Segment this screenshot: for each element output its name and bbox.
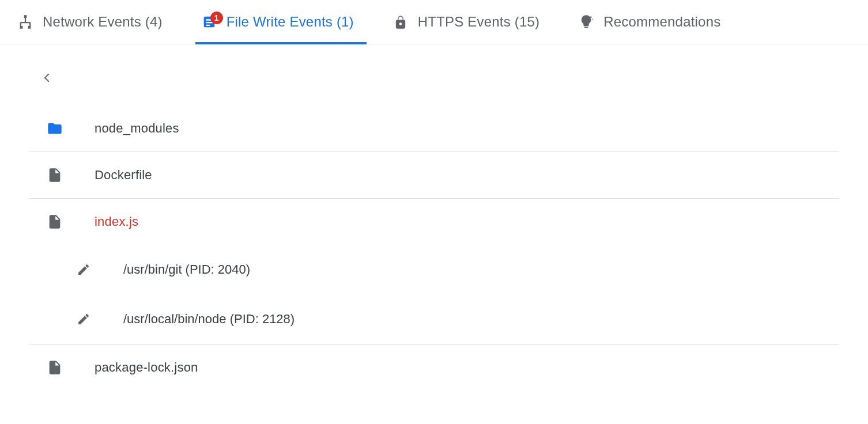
alert-badge: 1 xyxy=(210,12,223,24)
folder-icon xyxy=(46,120,63,137)
file-name: node_modules xyxy=(95,121,179,136)
tab-https-events[interactable]: HTTPS Events (15) xyxy=(393,0,546,44)
file-tree-panel: node_modules Dockerfile index.js /usr/bi… xyxy=(0,44,868,391)
tabs-bar: Network Events (4) 1 File Write Events (… xyxy=(0,0,868,44)
file-write-icon: 1 xyxy=(201,14,217,30)
process-label: /usr/bin/git (PID: 2040) xyxy=(123,262,250,277)
file-name: index.js xyxy=(95,214,138,229)
tab-label: Recommendations xyxy=(603,14,720,30)
file-icon xyxy=(46,214,63,230)
tab-label: Network Events (4) xyxy=(43,14,163,30)
file-row-node-modules[interactable]: node_modules xyxy=(29,105,839,152)
bulb-icon xyxy=(578,14,594,30)
file-write-event[interactable]: /usr/bin/git (PID: 2040) xyxy=(29,245,839,294)
tab-label: File Write Events (1) xyxy=(227,14,354,30)
pencil-icon xyxy=(75,312,92,326)
tab-file-write-events[interactable]: 1 File Write Events (1) xyxy=(201,0,361,44)
lock-icon xyxy=(393,14,409,30)
file-icon xyxy=(46,359,63,376)
tab-network-events[interactable]: Network Events (4) xyxy=(17,0,169,44)
file-row-dockerfile[interactable]: Dockerfile xyxy=(29,152,839,199)
back-button[interactable] xyxy=(37,67,58,88)
file-name: package-lock.json xyxy=(95,360,198,375)
file-list: node_modules Dockerfile index.js /usr/bi… xyxy=(29,105,839,391)
file-row-index-js[interactable]: index.js xyxy=(29,199,839,245)
file-write-event[interactable]: /usr/local/bin/node (PID: 2128) xyxy=(29,294,839,344)
network-icon xyxy=(17,14,33,30)
file-events-list: /usr/bin/git (PID: 2040) /usr/local/bin/… xyxy=(29,245,839,344)
file-name: Dockerfile xyxy=(95,168,152,183)
file-icon xyxy=(46,167,63,183)
tab-label: HTTPS Events (15) xyxy=(418,14,539,30)
pencil-icon xyxy=(75,263,92,277)
tab-recommendations[interactable]: Recommendations xyxy=(578,0,727,44)
file-row-package-lock[interactable]: package-lock.json xyxy=(29,344,839,391)
process-label: /usr/local/bin/node (PID: 2128) xyxy=(123,312,295,327)
